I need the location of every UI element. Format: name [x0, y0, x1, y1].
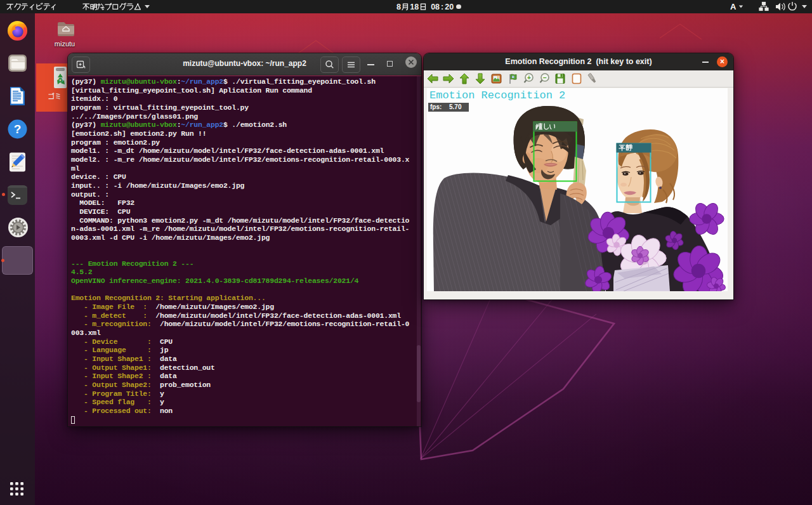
svg-text:+: + — [527, 74, 531, 81]
svg-text:−: − — [543, 74, 547, 81]
svg-text:?: ? — [14, 122, 22, 136]
svg-text:♻: ♻ — [58, 77, 63, 84]
